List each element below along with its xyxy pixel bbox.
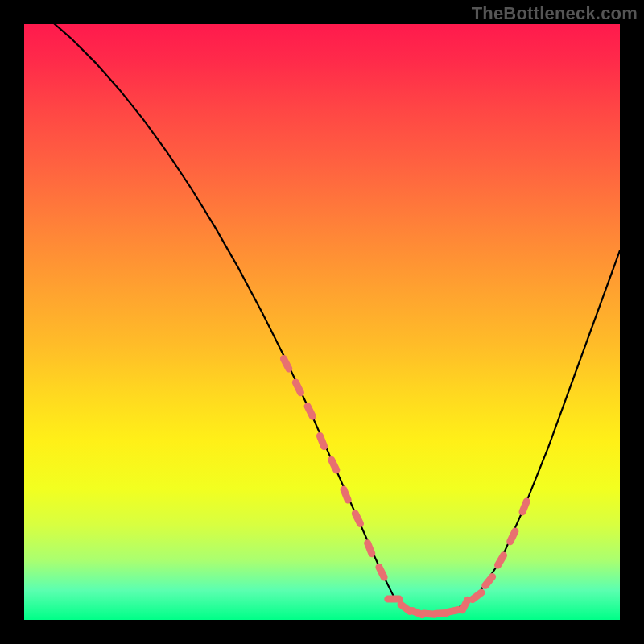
highlight-dot	[355, 514, 360, 524]
highlight-dot	[448, 610, 459, 613]
highlight-dot	[510, 531, 515, 542]
bottleneck-chart	[24, 24, 620, 620]
highlight-dot	[308, 407, 312, 417]
highlight-dots-group	[283, 359, 526, 615]
watermark-text: TheBottleneck.com	[472, 3, 638, 24]
highlight-dot	[498, 555, 504, 565]
highlight-dot	[462, 600, 467, 609]
highlight-dot	[522, 502, 526, 512]
highlight-dot	[379, 568, 384, 578]
highlight-dot	[368, 543, 372, 554]
bottleneck-curve-path	[24, 0, 620, 613]
highlight-dot	[283, 359, 288, 369]
highlight-dot	[332, 460, 336, 470]
highlight-dot	[473, 592, 481, 599]
highlight-dot	[320, 436, 324, 447]
highlight-dot	[295, 382, 300, 393]
highlight-dot	[485, 576, 493, 585]
highlight-dot	[344, 489, 348, 500]
